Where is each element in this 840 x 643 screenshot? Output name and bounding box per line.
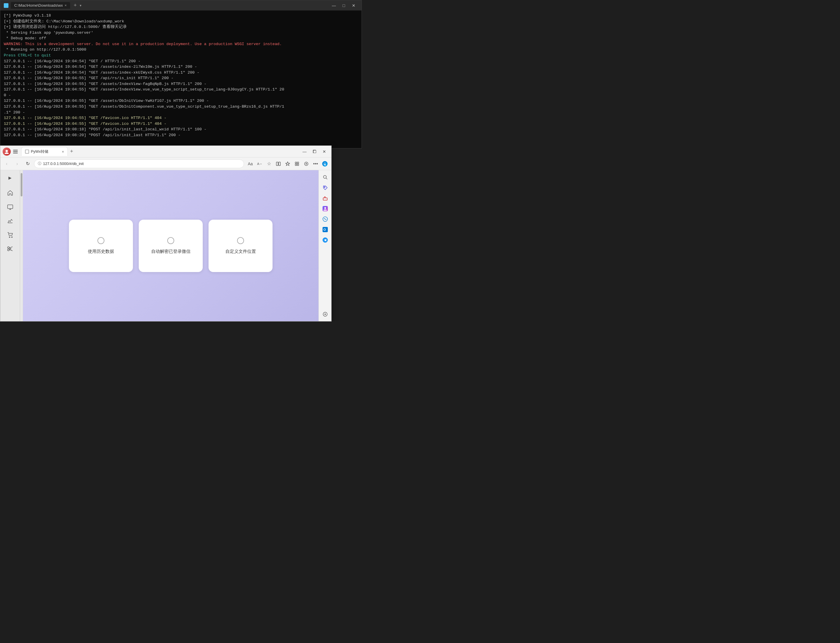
card-custom-label: 自定义文件位置 [225,249,256,254]
edge-sidebar-tag-button[interactable] [321,183,330,192]
svg-point-16 [324,175,326,178]
terminal-line: * Running on http://127.0.0.1:5000 [4,47,358,53]
svg-rect-4 [278,162,280,166]
card-auto-decrypt[interactable]: 自动解密已登录微信 [139,220,203,272]
svg-rect-10 [8,205,13,209]
browser-window-controls: — ⧠ ✕ [300,147,329,156]
svg-rect-18 [323,198,327,200]
sidebar-toggle-button[interactable] [13,148,20,155]
browser-back-button[interactable]: ‹ [3,160,11,168]
terminal-close-button[interactable]: ✕ [349,2,358,9]
svg-rect-6 [297,162,299,163]
terminal-favicon-icon [4,3,8,8]
edge-sidebar-toolbox-button[interactable] [321,194,330,203]
terminal-line: 127.0.0.1 -- [16/Aug/2024 19:08:20] "POS… [4,132,358,138]
sidebar-item-scissors[interactable] [4,242,16,255]
sidebar-item-analytics[interactable] [4,214,16,227]
svg-text:A↔: A↔ [257,162,262,166]
cards-container: 使用历史数据 自动解密已登录微信 自定义文件位置 [29,220,313,272]
terminal-line: * Serving Flask app 'pywxdump.server' [4,30,358,36]
edge-sidebar-search-button[interactable] [321,173,330,182]
sidebar-item-cart[interactable] [4,228,16,241]
address-box[interactable]: ⓘ 127.0.0.1:5000/#/db_init [34,160,244,168]
browser-vertical-scrollbar[interactable] [20,170,23,321]
browser-maximize-button[interactable]: ⧠ [310,147,319,156]
card-history-label: 使用历史数据 [88,249,114,254]
terminal-line: [+] 请使用浏览器访问 http://127.0.0.1:5000/ 查看聊天… [4,24,358,30]
edge-sidebar-outlook-button[interactable]: O [321,225,330,234]
terminal-line: [+] 创建临时文件夹: C:\Mac\Home\Downloads\wxdum… [4,19,358,24]
browser-titlebar: PyWx转储 ✕ + — ⧠ ✕ [0,146,331,157]
terminal-ctrl-line: Press CTRL+C to quit [4,53,358,59]
svg-point-0 [5,150,8,152]
address-url: 127.0.0.1:5000/#/db_init [43,162,84,166]
terminal-line: 127.0.0.1 -- [16/Aug/2024 19:04:54] "GET… [4,64,358,70]
translate-button[interactable]: A↔ [256,160,264,168]
browser-avatar [3,147,11,156]
terminal-line: 127.0.0.1 -- [16/Aug/2024 19:04:54] "GET… [4,59,358,64]
svg-rect-5 [295,162,297,163]
terminal-line: 127.0.0.1 -- [16/Aug/2024 19:04:55] "GET… [4,87,358,93]
browser-body: ▶ [0,170,331,321]
edge-sidebar-telegram-button[interactable] [321,235,330,245]
favorites-button[interactable]: ☆ [265,160,273,168]
split-screen-button[interactable] [274,160,282,168]
card-auto-radio[interactable] [167,237,174,244]
terminal-line: [*] PyWxDump v3.1.18 [4,13,358,19]
browser-minimize-button[interactable]: — [300,147,309,156]
terminal-line: 127.0.0.1 -- [16/Aug/2024 19:04:54] "GET… [4,70,358,76]
terminal-line: 127.0.0.1 -- [16/Aug/2024 19:08:18] "POS… [4,127,358,132]
edge-browser-icon [321,160,329,168]
browser-close-button[interactable]: ✕ [320,147,329,156]
edge-sidebar-circle-button[interactable] [321,214,330,224]
sidebar-item-home[interactable] [4,186,16,199]
terminal-warning-line: WARNING: This is a development server. D… [4,41,358,47]
browser-addressbar: ‹ › ↻ ⓘ 127.0.0.1:5000/#/db_init Aa A↔ ☆ [0,157,331,170]
terminal-error-line: 127.0.0.1 -- [16/Aug/2024 19:04:55] "GET… [4,121,358,127]
terminal-line: 127.0.0.1 -- [16/Aug/2024 19:04:55] "GET… [4,75,358,81]
read-aloud-button[interactable]: Aa [246,160,254,168]
sidebar-item-display[interactable] [4,201,16,213]
browser-forward-button[interactable]: › [13,160,21,168]
terminal-line: 127.0.0.1 -- [16/Aug/2024 19:04:55] "GET… [4,81,358,87]
edge-right-sidebar: O [319,170,331,321]
card-history-radio[interactable] [98,237,104,244]
browser-tab[interactable]: PyWx转储 ✕ [21,147,68,156]
edge-sidebar-profile-button[interactable] [321,204,330,213]
terminal-new-tab-button[interactable]: + [73,2,77,8]
svg-point-17 [324,187,325,188]
card-history[interactable]: 使用历史数据 [69,220,133,272]
browser-refresh-button[interactable]: ↻ [24,160,32,168]
terminal-line: 127.0.0.1 -- [16/Aug/2024 19:04:55] "GET… [4,98,358,104]
card-custom-path[interactable]: 自定义文件位置 [208,220,272,272]
browser-new-tab-button[interactable]: + [70,149,73,155]
extensions-button[interactable] [302,160,310,168]
terminal-line: .1" 200 - [4,110,358,116]
more-options-button[interactable]: ••• [311,160,320,168]
terminal-line: 0 - [4,93,358,98]
browser-tab-close-icon[interactable]: ✕ [62,150,64,154]
svg-text:O: O [324,228,326,231]
terminal-minimize-button[interactable]: — [330,2,338,9]
browser-tab-label: PyWx转储 [31,149,48,154]
card-auto-label: 自动解密已登录微信 [151,249,190,254]
browser-main-content: 使用历史数据 自动解密已登录微信 自定义文件位置 [23,170,319,321]
svg-point-15 [8,249,9,251]
terminal-window-controls: — □ ✕ [330,2,358,9]
terminal-tab[interactable]: C:\Mac\Home\Downloads\wx ✕ [11,2,70,9]
card-custom-radio[interactable] [237,237,244,244]
terminal-error-line: 127.0.0.1 -- [16/Aug/2024 19:04:55] "GET… [4,115,358,121]
svg-rect-7 [295,164,297,166]
edge-sidebar-add-button[interactable] [321,310,330,319]
terminal-tab-dropdown-button[interactable]: ▾ [80,3,81,8]
address-info-icon: ⓘ [38,161,41,166]
terminal-maximize-button[interactable]: □ [339,2,348,9]
terminal-window: C:\Mac\Home\Downloads\wx ✕ + ▾ — □ ✕ [*]… [0,0,362,149]
terminal-tab-close-icon[interactable]: ✕ [65,3,67,8]
terminal-line: 127.0.0.1 -- [16/Aug/2024 19:04:55] "GET… [4,104,358,110]
svg-rect-8 [297,164,299,166]
scrollbar-thumb [21,173,23,196]
favorites-star-button[interactable] [283,160,292,168]
collections-button[interactable] [293,160,301,168]
sidebar-expand-button[interactable]: ▶ [5,173,15,183]
